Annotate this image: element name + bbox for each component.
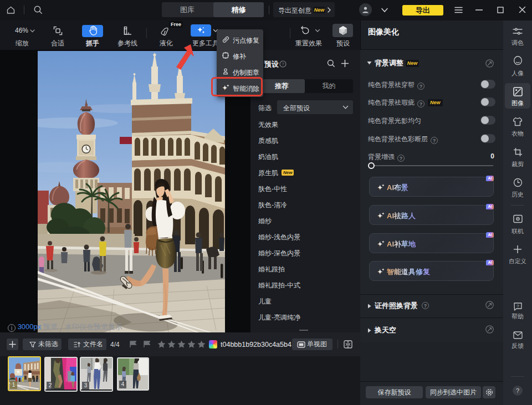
svg-text:?: ? bbox=[516, 304, 519, 309]
svg-text:?: ? bbox=[282, 61, 284, 66]
